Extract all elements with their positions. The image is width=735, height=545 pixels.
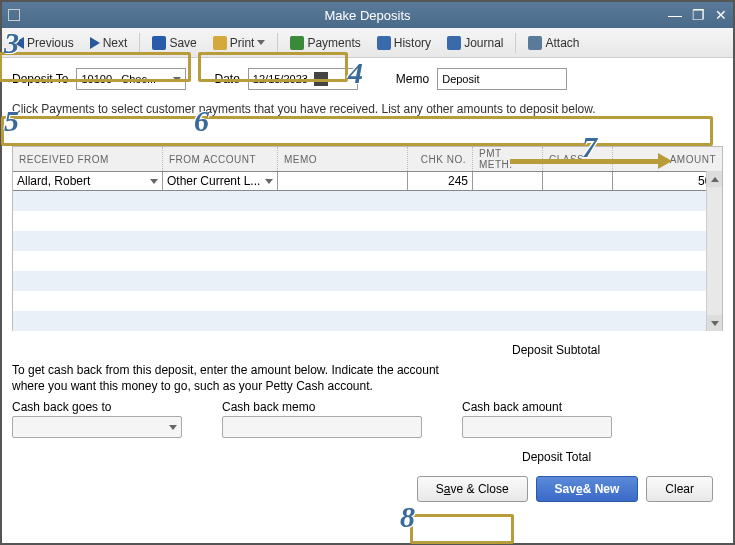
print-icon (213, 36, 227, 50)
cell-memo[interactable] (278, 172, 408, 190)
col-pmt-meth[interactable]: PMT METH. (473, 147, 543, 171)
content-area: Deposit To 10100 · Chec... Date 12/15/20… (2, 58, 733, 508)
cell-class[interactable] (543, 172, 613, 190)
table-row[interactable] (13, 311, 722, 331)
deposit-total-label: Deposit Total (522, 450, 591, 464)
table-row[interactable] (13, 231, 722, 251)
chevron-down-icon (257, 40, 265, 45)
previous-button[interactable]: Previous (8, 34, 80, 52)
save-icon (152, 36, 166, 50)
save-and-close-button[interactable]: Save & Close (417, 476, 528, 502)
memo-label: Memo (396, 72, 429, 86)
calendar-icon[interactable] (314, 72, 328, 86)
history-icon (377, 36, 391, 50)
cashback-row: Cash back goes to Cash back memo Cash ba… (12, 400, 723, 438)
subtotal-row: Deposit Subtotal (12, 333, 723, 363)
grid-body: Allard, Robert Other Current L... 245 50… (13, 171, 722, 331)
close-button[interactable]: ✕ (715, 7, 727, 23)
payments-icon (290, 36, 304, 50)
window-title: Make Deposits (325, 8, 411, 23)
triangle-up-icon (711, 177, 719, 182)
arrow-right-icon (90, 37, 100, 49)
col-class[interactable]: CLASS (543, 147, 613, 171)
col-chk-no[interactable]: CHK NO. (408, 147, 473, 171)
memo-input[interactable]: Deposit (437, 68, 567, 90)
deposit-to-select[interactable]: 10100 · Chec... (76, 68, 186, 90)
cashback-memo-label: Cash back memo (222, 400, 422, 414)
deposit-subtotal-label: Deposit Subtotal (512, 343, 600, 357)
journal-button[interactable]: Journal (441, 34, 509, 52)
table-row[interactable] (13, 251, 722, 271)
button-row: Save & Close Save & New Clear (12, 476, 723, 502)
annotation-highlight (410, 514, 514, 544)
vertical-scrollbar[interactable] (706, 171, 722, 331)
table-row[interactable]: Allard, Robert Other Current L... 245 50… (13, 171, 722, 191)
maximize-button[interactable]: ❐ (692, 7, 705, 23)
deposit-to-label: Deposit To (12, 72, 68, 86)
chevron-down-icon (169, 425, 177, 430)
cell-from-account[interactable]: Other Current L... (163, 172, 278, 190)
save-button[interactable]: Save (146, 34, 202, 52)
chevron-down-icon (173, 77, 181, 82)
total-row: Deposit Total (12, 442, 723, 472)
date-label: Date (214, 72, 239, 86)
chevron-down-icon (150, 179, 158, 184)
clear-button[interactable]: Clear (646, 476, 713, 502)
next-button[interactable]: Next (84, 34, 134, 52)
arrow-left-icon (14, 37, 24, 49)
make-deposits-window: Make Deposits — ❐ ✕ Previous Next Save P… (0, 0, 735, 545)
grid-header: RECEIVED FROM FROM ACCOUNT MEMO CHK NO. … (13, 147, 722, 171)
scroll-up-button[interactable] (707, 171, 722, 187)
cell-received-from[interactable]: Allard, Robert (13, 172, 163, 190)
print-button[interactable]: Print (207, 34, 272, 52)
table-row[interactable] (13, 271, 722, 291)
separator (515, 33, 516, 53)
scroll-down-button[interactable] (707, 315, 722, 331)
col-from-account[interactable]: FROM ACCOUNT (163, 147, 278, 171)
cashback-goes-to-label: Cash back goes to (12, 400, 182, 414)
title-bar: Make Deposits — ❐ ✕ (2, 2, 733, 28)
col-amount[interactable]: AMOUNT (613, 147, 722, 171)
deposit-grid: RECEIVED FROM FROM ACCOUNT MEMO CHK NO. … (12, 146, 723, 331)
history-button[interactable]: History (371, 34, 437, 52)
header-fields-row: Deposit To 10100 · Chec... Date 12/15/20… (12, 68, 723, 90)
table-row[interactable] (13, 191, 722, 211)
chevron-down-icon (265, 179, 273, 184)
table-row[interactable] (13, 211, 722, 231)
cashback-amount-input[interactable] (462, 416, 612, 438)
cashback-memo-input[interactable] (222, 416, 422, 438)
cell-pmt-meth[interactable] (473, 172, 543, 190)
cashback-instruction: To get cash back from this deposit, ente… (12, 363, 723, 394)
separator (139, 33, 140, 53)
date-input[interactable]: 12/15/2023 (248, 68, 358, 90)
system-menu-icon[interactable] (8, 9, 20, 21)
journal-icon (447, 36, 461, 50)
toolbar: Previous Next Save Print Payments Histor… (2, 28, 733, 58)
cashback-amount-label: Cash back amount (462, 400, 612, 414)
instruction-text: Click Payments to select customer paymen… (12, 102, 723, 116)
cashback-goes-to-select[interactable] (12, 416, 182, 438)
save-and-new-button[interactable]: Save & New (536, 476, 639, 502)
attach-button[interactable]: Attach (522, 34, 585, 52)
minimize-button[interactable]: — (668, 7, 682, 23)
cell-chk-no[interactable]: 245 (408, 172, 473, 190)
separator (277, 33, 278, 53)
payments-button[interactable]: Payments (284, 34, 366, 52)
triangle-down-icon (711, 321, 719, 326)
table-row[interactable] (13, 291, 722, 311)
attach-icon (528, 36, 542, 50)
col-memo[interactable]: MEMO (278, 147, 408, 171)
col-received-from[interactable]: RECEIVED FROM (13, 147, 163, 171)
